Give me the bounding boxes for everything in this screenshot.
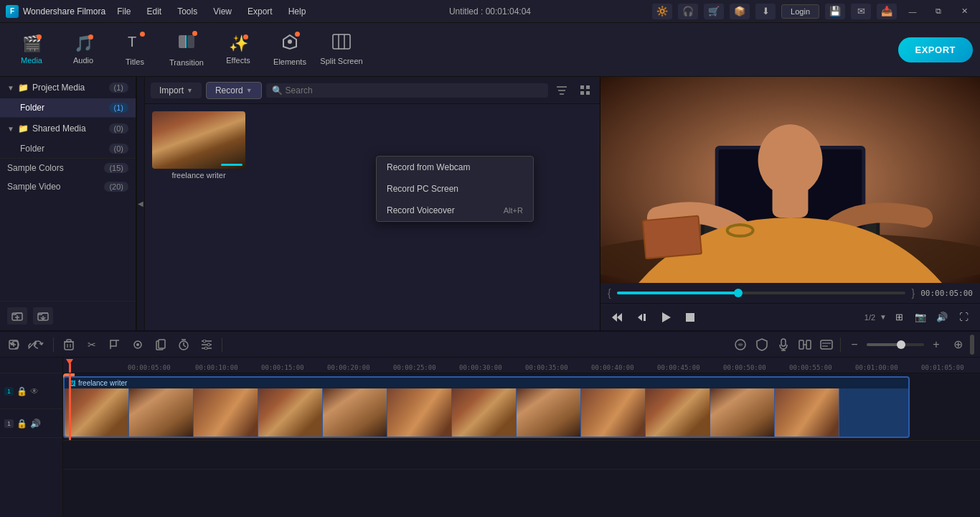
export-button[interactable]: EXPORT — [898, 37, 973, 62]
link-button[interactable] — [24, 337, 40, 353]
copy-button[interactable] — [151, 335, 170, 354]
import-folder-button[interactable] — [33, 307, 53, 325]
svg-point-60 — [207, 343, 210, 346]
sidebar-header-shared-media[interactable]: ▼ 📁 Shared Media (0) — [0, 118, 136, 139]
stop-button[interactable] — [681, 308, 699, 327]
sidebar-item-shared-folder[interactable]: Folder (0) — [0, 139, 136, 158]
audio-volume-icon[interactable]: 🔊 — [30, 419, 41, 429]
menu-export[interactable]: Export — [240, 4, 280, 19]
video-clip[interactable]: 🖼 freelance writer — [63, 376, 910, 438]
transition-label: Transition — [169, 58, 204, 67]
ruler-spacer — [0, 358, 62, 373]
record-button[interactable]: Record ▼ — [206, 82, 262, 99]
toolbar-elements[interactable]: Elements — [265, 27, 314, 73]
rotate-button[interactable] — [128, 335, 147, 354]
notification-icon[interactable]: 📥 — [877, 4, 897, 19]
delete-button[interactable] — [60, 335, 78, 354]
filter-icon[interactable] — [552, 81, 571, 100]
volume-icon[interactable]: 🔊 — [933, 308, 951, 327]
download-icon[interactable]: ⬇ — [755, 4, 776, 19]
timer-button[interactable] — [174, 335, 193, 354]
caption-button[interactable] — [817, 335, 836, 354]
new-folder-button[interactable] — [7, 307, 27, 325]
mail-icon[interactable]: ✉ — [851, 4, 871, 19]
timeline-toolbar: ✂ — [0, 332, 980, 358]
toolbar-media[interactable]: 🎬 Media — [7, 27, 56, 73]
search-input[interactable] — [286, 85, 542, 96]
screenshot-icon[interactable]: 📷 — [911, 308, 930, 327]
frame-back-button[interactable] — [632, 308, 651, 327]
sidebar-item-folder[interactable]: Folder (1) — [0, 98, 136, 117]
login-button[interactable]: Login — [781, 4, 819, 19]
save-icon[interactable]: 💾 — [825, 4, 845, 19]
menu-view[interactable]: View — [206, 4, 239, 19]
grid-view-icon[interactable] — [575, 81, 594, 100]
app-logo: F — [6, 5, 19, 18]
add-track-button[interactable] — [6, 337, 22, 353]
svg-rect-2 — [187, 35, 194, 48]
minimize-button[interactable]: — — [903, 4, 923, 19]
svg-rect-51 — [159, 340, 165, 348]
mic-button[interactable] — [774, 335, 793, 354]
toolbar-separator-2 — [222, 337, 222, 352]
voiceover-shortcut: Alt+R — [504, 206, 523, 215]
lock-icon[interactable]: 🔒 — [17, 386, 27, 396]
menu-file[interactable]: File — [110, 4, 138, 19]
svg-marker-35 — [617, 313, 622, 322]
sidebar-item-sample-colors[interactable]: Sample Colors (15) — [0, 159, 136, 177]
menu-edit[interactable]: Edit — [140, 4, 169, 19]
crop-button[interactable] — [105, 335, 124, 354]
shield-button[interactable] — [753, 335, 771, 354]
fit-timeline-button[interactable]: ⊕ — [948, 335, 967, 354]
zoom-slider[interactable] — [867, 343, 924, 346]
fullscreen-icon[interactable]: ⊞ — [890, 308, 908, 327]
toolbar-splitscreen[interactable]: Split Screen — [317, 27, 366, 73]
zoom-in-button[interactable]: + — [927, 335, 946, 354]
brightness-icon[interactable]: 🔆 — [652, 4, 672, 19]
record-voiceover-item[interactable]: Record Voiceover Alt+R — [377, 200, 533, 221]
chevron-down-icon: ▼ — [7, 84, 14, 92]
svg-rect-6 — [333, 34, 350, 49]
headphone-icon[interactable]: 🎧 — [678, 4, 698, 19]
toolbar-transition[interactable]: Transition — [162, 27, 211, 73]
fullscreen-expand-icon[interactable]: ⛶ — [954, 308, 973, 327]
timeline-drag-handle[interactable] — [970, 335, 974, 355]
close-button[interactable]: ✕ — [954, 4, 974, 19]
transition-insert-button[interactable] — [796, 335, 814, 354]
titles-label: Titles — [126, 57, 144, 66]
sidebar-header-project-media[interactable]: ▼ 📁 Project Media (1) — [0, 77, 136, 98]
sidebar-collapse-arrow[interactable]: ◀ — [136, 77, 145, 330]
cut-button[interactable]: ✂ — [83, 335, 101, 354]
record-screen-item[interactable]: Record PC Screen — [377, 178, 533, 200]
toolbar-audio[interactable]: 🎵 Audio — [59, 27, 108, 73]
zoom-thumb — [897, 340, 905, 349]
smart-cutout-button[interactable] — [731, 335, 750, 354]
step-back-button[interactable] — [608, 308, 626, 327]
media-panel: Import ▼ Record ▼ 🔍 — [145, 77, 600, 330]
clip-thumb-4 — [258, 388, 323, 437]
zoom-out-button[interactable]: − — [845, 335, 864, 354]
shared-folder-icon: 📁 — [18, 124, 29, 134]
timeline-right: 00:00:05:00 00:00:10:00 00:00:15:00 00:0… — [63, 358, 980, 517]
import-button[interactable]: Import ▼ — [151, 83, 202, 98]
titles-icon: T — [126, 33, 143, 55]
record-webcam-item[interactable]: Record from Webcam — [377, 157, 533, 178]
media-item-freelance-writer[interactable]: freelance writer — [152, 111, 245, 180]
eye-icon[interactable]: 👁 — [30, 386, 39, 396]
progress-track[interactable] — [617, 292, 906, 294]
audio-lock-icon[interactable]: 🔒 — [17, 419, 27, 429]
ruler-mark-0: 00:00:05:00 — [128, 364, 171, 371]
play-button[interactable] — [656, 308, 675, 327]
toolbar-titles[interactable]: T Titles — [110, 27, 159, 73]
menu-help[interactable]: Help — [281, 4, 314, 19]
cart-icon[interactable]: 🛒 — [704, 4, 724, 19]
settings-list-button[interactable] — [197, 335, 216, 354]
sidebar-item-sample-video[interactable]: Sample Video (20) — [0, 177, 136, 196]
toolbar-effects[interactable]: ✨ Effects — [214, 27, 263, 73]
toolbar: 🎬 Media 🎵 Audio T Titles Transition ✨ — [0, 23, 980, 77]
maximize-button[interactable]: ⧉ — [928, 4, 948, 19]
gift-icon[interactable]: 📦 — [730, 4, 750, 19]
clip-thumb-3 — [194, 388, 258, 437]
menu-tools[interactable]: Tools — [170, 4, 204, 19]
clip-thumb-11 — [710, 388, 775, 437]
